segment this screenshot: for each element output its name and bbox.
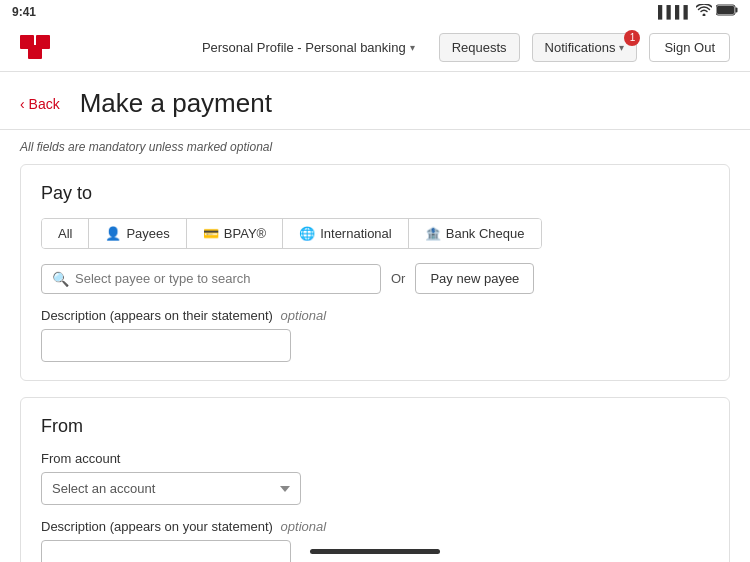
top-nav: Personal Profile - Personal banking ▾ Re… (0, 23, 750, 72)
sign-out-label: Sign Out (664, 40, 715, 55)
notifications-button[interactable]: Notifications ▾ 1 (532, 33, 638, 62)
profile-button[interactable]: Personal Profile - Personal banking ▾ (190, 34, 427, 61)
search-icon: 🔍 (52, 271, 69, 287)
bpay-icon: 💳 (203, 226, 219, 241)
pay-new-label: Pay new payee (430, 271, 519, 286)
international-icon: 🌐 (299, 226, 315, 241)
status-icons: ▌▌▌▌ (658, 4, 738, 19)
status-time: 9:41 (12, 5, 36, 19)
from-desc-label: Description (appears on your statement) … (41, 519, 709, 534)
tab-payees-label: Payees (126, 226, 169, 241)
profile-chevron: ▾ (410, 42, 415, 53)
profile-label: Personal Profile - Personal banking (202, 40, 406, 55)
main-content: Pay to All 👤 Payees 💳 BPAY® 🌐 Internatio… (0, 164, 750, 562)
notifications-label: Notifications (545, 40, 616, 55)
wifi-icon (696, 4, 712, 19)
nav-right: Personal Profile - Personal banking ▾ Re… (190, 33, 730, 62)
page-header: ‹ Back Make a payment (0, 72, 750, 130)
pay-to-description-field: Description (appears on their statement)… (41, 308, 709, 362)
tab-all[interactable]: All (42, 219, 89, 248)
home-indicator (310, 549, 440, 554)
bottom-bar (0, 541, 750, 562)
battery-icon (716, 4, 738, 19)
westpac-logo (20, 31, 60, 63)
status-bar: 9:41 ▌▌▌▌ (0, 0, 750, 23)
from-account-select[interactable]: Select an account (41, 472, 301, 505)
pay-to-tabs: All 👤 Payees 💳 BPAY® 🌐 International 🏦 B… (41, 218, 542, 249)
back-label: ‹ Back (20, 96, 60, 112)
bank-cheque-icon: 🏦 (425, 226, 441, 241)
notifications-chevron: ▾ (619, 42, 624, 53)
back-link[interactable]: ‹ Back (20, 96, 60, 112)
tab-payees[interactable]: 👤 Payees (89, 219, 186, 248)
signal-icon: ▌▌▌▌ (658, 5, 692, 19)
search-wrapper: 🔍 (41, 264, 381, 294)
pay-to-desc-label: Description (appears on their statement)… (41, 308, 709, 323)
pay-to-title: Pay to (41, 183, 709, 204)
pay-to-description-input[interactable] (41, 329, 291, 362)
pay-to-section: Pay to All 👤 Payees 💳 BPAY® 🌐 Internatio… (20, 164, 730, 381)
page-title: Make a payment (80, 88, 272, 119)
tab-bpay[interactable]: 💳 BPAY® (187, 219, 283, 248)
pay-new-payee-button[interactable]: Pay new payee (415, 263, 534, 294)
payees-icon: 👤 (105, 226, 121, 241)
requests-label: Requests (452, 40, 507, 55)
logo (20, 31, 60, 63)
from-account-label: From account (41, 451, 709, 466)
payee-search-input[interactable] (75, 271, 370, 286)
tab-international-label: International (320, 226, 392, 241)
requests-button[interactable]: Requests (439, 33, 520, 62)
tab-bank-cheque-label: Bank Cheque (446, 226, 525, 241)
mandatory-note: All fields are mandatory unless marked o… (0, 130, 750, 164)
notification-badge: 1 (624, 30, 640, 46)
search-row: 🔍 Or Pay new payee (41, 263, 709, 294)
tab-all-label: All (58, 226, 72, 241)
tab-bank-cheque[interactable]: 🏦 Bank Cheque (409, 219, 541, 248)
svg-rect-1 (736, 8, 738, 13)
tab-international[interactable]: 🌐 International (283, 219, 409, 248)
sign-out-button[interactable]: Sign Out (649, 33, 730, 62)
or-text: Or (391, 271, 405, 286)
svg-rect-2 (717, 6, 734, 14)
tab-bpay-label: BPAY® (224, 226, 266, 241)
from-account-row: From account Select an account (41, 451, 709, 505)
svg-rect-5 (28, 45, 42, 59)
from-section: From From account Select an account Desc… (20, 397, 730, 562)
from-title: From (41, 416, 709, 437)
